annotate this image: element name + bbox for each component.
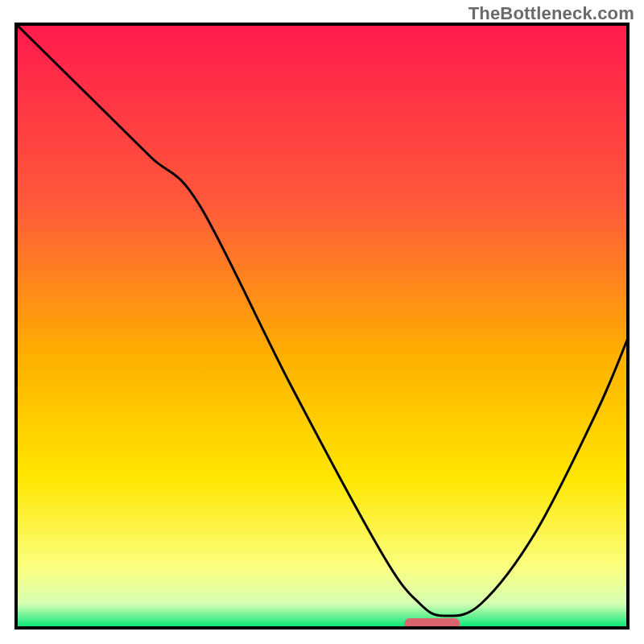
bottleneck-chart [0,0,644,644]
chart-container: TheBottleneck.com [0,0,644,644]
watermark-text: TheBottleneck.com [469,3,634,24]
